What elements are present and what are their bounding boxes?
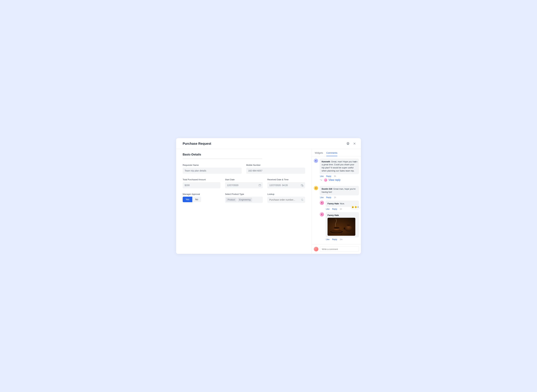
received-dt-label: Received Date & Time xyxy=(267,178,305,181)
avatar xyxy=(324,178,327,182)
avatar: F xyxy=(320,201,324,205)
manager-approval-toggle: Yes No xyxy=(183,197,201,202)
print-button[interactable] xyxy=(346,142,350,145)
svg-rect-9 xyxy=(301,184,303,186)
product-type-label: Select Product Type xyxy=(225,193,263,195)
start-date-label: Start Date xyxy=(225,178,263,181)
field-manager-approval: Manager Approval Yes No xyxy=(183,193,220,203)
dialog-window: Purchase Request Basic-Details Requester… xyxy=(176,138,361,254)
calendar-icon[interactable] xyxy=(259,184,261,187)
backdrop: Purchase Request Basic-Details Requester… xyxy=(163,125,374,267)
field-received-date-time: Received Date & Time xyxy=(267,178,305,188)
comment-item: D Dustin GillGreat man, hope you're havi… xyxy=(314,186,359,199)
like-link[interactable]: Like xyxy=(320,175,324,177)
comment-author: Dustin Gill xyxy=(322,188,332,190)
comment-actions: Like Reply 2m xyxy=(326,238,359,241)
lookup-input[interactable] xyxy=(267,197,305,203)
dialog-body: Basic-Details Requester Name Mobile Numb… xyxy=(176,149,361,254)
field-product-type: Select Product Type Product Engineering xyxy=(225,193,263,203)
svg-line-15 xyxy=(303,200,303,201)
avatar: D xyxy=(314,186,318,190)
svg-point-25 xyxy=(341,234,342,234)
comment-composer xyxy=(312,244,361,254)
search-icon[interactable] xyxy=(301,198,304,201)
comment-time: 1h xyxy=(334,196,336,199)
field-mobile-number: Mobile Number xyxy=(246,164,305,174)
more-icon[interactable]: ••• xyxy=(354,160,358,164)
view-reply-link[interactable]: View reply xyxy=(328,178,341,182)
avatar: K xyxy=(314,159,318,163)
comment-bubble: Dustin GillGreat man, hope you're having… xyxy=(320,186,359,195)
svg-point-22 xyxy=(345,226,352,231)
side-pane: Widgets Comments K KennethGreat, man! Ho… xyxy=(312,149,361,254)
reply-link[interactable]: Reply xyxy=(332,208,337,210)
svg-rect-5 xyxy=(259,184,261,186)
comment-time: 1h xyxy=(340,208,342,210)
start-date-input[interactable] xyxy=(225,182,263,188)
manager-approval-no[interactable]: No xyxy=(192,197,201,202)
lookup-label: Lookup xyxy=(267,193,305,195)
coffee-image-icon xyxy=(328,218,355,236)
print-icon xyxy=(346,142,350,145)
total-amount-label: Total Purchased Amount xyxy=(183,178,220,181)
field-start-date: Start Date xyxy=(225,178,263,188)
svg-line-13 xyxy=(303,186,303,186)
dialog-title: Purchase Request xyxy=(183,142,211,145)
comments-list: K KennethGreat, man! Hope you had a grea… xyxy=(312,156,361,244)
calendar-clock-icon[interactable] xyxy=(301,184,304,187)
close-button[interactable] xyxy=(353,142,356,145)
tab-comments[interactable]: Comments xyxy=(326,152,337,156)
section-title: Basic-Details xyxy=(183,153,305,156)
mobile-number-input[interactable] xyxy=(246,168,305,174)
comment-actions: Like Reply 3h xyxy=(320,175,359,177)
field-lookup: Lookup xyxy=(267,193,305,203)
total-amount-input[interactable] xyxy=(183,182,220,188)
close-icon xyxy=(353,142,356,145)
chip-product[interactable]: Product xyxy=(226,198,237,202)
received-dt-input[interactable] xyxy=(267,182,305,188)
like-link[interactable]: Like xyxy=(326,238,329,241)
reaction-count: 8 xyxy=(357,206,359,209)
reaction-cluster[interactable]: 😮 😕 8 xyxy=(351,206,360,209)
like-link[interactable]: Like xyxy=(326,208,329,210)
comment-time: 3h xyxy=(334,175,336,177)
product-type-chips[interactable]: Product Engineering xyxy=(225,197,263,203)
svg-rect-2 xyxy=(347,144,349,145)
reaction-emoji-sad: 😕 xyxy=(355,206,357,209)
dialog-header: Purchase Request xyxy=(176,138,361,149)
requester-name-input[interactable] xyxy=(183,168,242,174)
reply-link[interactable]: Reply xyxy=(326,196,331,199)
manager-approval-yes[interactable]: Yes xyxy=(183,197,192,202)
comment-item: K KennethGreat, man! Hope you had a grea… xyxy=(314,159,359,184)
like-link[interactable]: Like xyxy=(320,196,324,199)
comment-text: Nice. xyxy=(340,202,345,205)
field-requester-name: Requester Name xyxy=(183,164,242,174)
mobile-number-label: Mobile Number xyxy=(246,164,305,166)
chip-engineering[interactable]: Engineering xyxy=(238,198,252,202)
reply-link[interactable]: Reply xyxy=(332,238,337,241)
main-pane: Basic-Details Requester Name Mobile Numb… xyxy=(176,149,312,254)
svg-point-20 xyxy=(334,227,339,229)
field-total-amount: Total Purchased Amount xyxy=(183,178,220,188)
avatar: F xyxy=(320,212,324,216)
tab-widgets[interactable]: Widgets xyxy=(315,152,323,156)
comment-bubble: Fanny Hale xyxy=(326,212,359,238)
reply-link[interactable]: Reply xyxy=(326,175,331,177)
view-reply-row: View reply xyxy=(320,178,359,182)
requester-name-label: Requester Name xyxy=(183,164,242,166)
comment-author: Kenneth xyxy=(322,160,330,163)
svg-point-26 xyxy=(342,233,344,234)
comment-actions: Like Reply 1h xyxy=(320,196,359,199)
avatar xyxy=(314,247,318,251)
comment-author: Fanny Hale xyxy=(328,202,339,205)
comment-time: 2m xyxy=(340,238,342,241)
comment-author: Fanny Hale xyxy=(328,214,339,216)
comment-bubble: Fanny HaleNice. 😮 😕 8 xyxy=(326,201,359,207)
comment-item: F Fanny Hale xyxy=(320,212,359,241)
comment-bubble: KennethGreat, man! Hope you had a great … xyxy=(320,159,359,174)
reply-arrow-icon xyxy=(320,178,323,182)
comment-input[interactable] xyxy=(320,246,359,252)
reaction-emoji-surprised: 😮 xyxy=(352,206,354,209)
image-attachment[interactable] xyxy=(328,218,355,236)
form-grid: Requester Name Mobile Number Total Purch… xyxy=(183,164,305,203)
